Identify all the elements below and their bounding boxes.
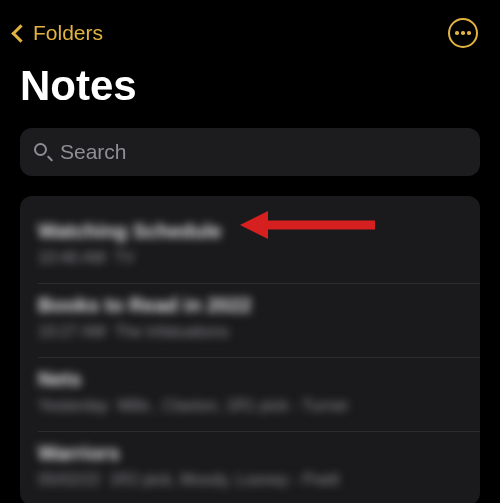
note-item[interactable]: Watching Schedule 10:46 AM TV (38, 210, 480, 284)
back-label: Folders (33, 21, 103, 45)
back-button[interactable]: Folders (10, 21, 103, 45)
note-title: Nets (38, 368, 480, 391)
ellipsis-icon (455, 31, 471, 35)
search-icon (34, 143, 52, 161)
page-title: Notes (0, 56, 500, 128)
search-input[interactable]: Search (20, 128, 480, 176)
note-title: Watching Schedule (38, 220, 480, 243)
note-meta: 05/02/22 1R2 pick, Moody, Looney - Poelt (38, 471, 480, 489)
note-meta: 10:46 AM TV (38, 249, 480, 267)
notes-list: Watching Schedule 10:46 AM TV Books to R… (20, 196, 480, 503)
note-meta: 10:27 AM The Infatuations (38, 323, 480, 341)
note-item[interactable]: Books to Read in 2022 10:27 AM The Infat… (38, 284, 480, 358)
note-meta: Yesterday Mills , Claxton, 1R1 pick - Tu… (38, 397, 480, 415)
note-item[interactable]: Warriors 05/02/22 1R2 pick, Moody, Loone… (38, 432, 480, 503)
search-placeholder: Search (60, 140, 127, 164)
note-item[interactable]: Nets Yesterday Mills , Claxton, 1R1 pick… (38, 358, 480, 432)
nav-header: Folders (0, 0, 500, 56)
note-title: Warriors (38, 442, 480, 465)
note-title: Books to Read in 2022 (38, 294, 480, 317)
more-options-button[interactable] (448, 18, 478, 48)
chevron-left-icon (11, 24, 29, 42)
